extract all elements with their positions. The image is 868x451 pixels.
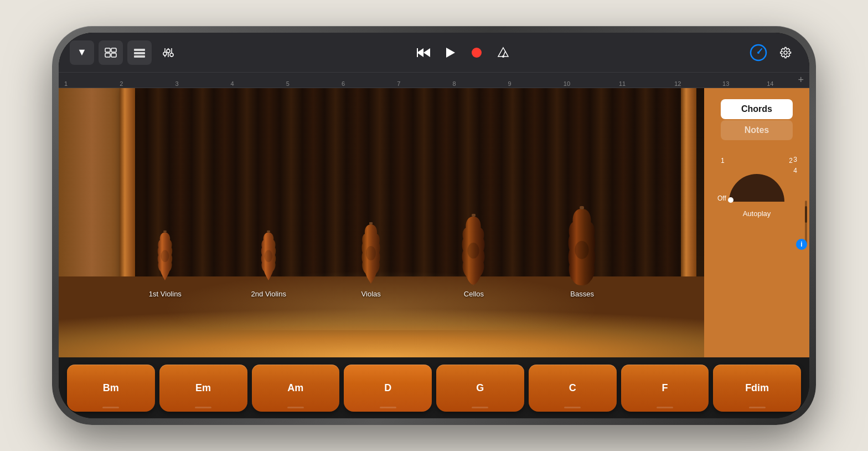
ruler-mark-11: 11 [619, 80, 626, 87]
chord-label-em: Em [195, 382, 211, 394]
ruler-mark-6: 6 [342, 80, 345, 87]
svg-rect-30 [267, 230, 270, 233]
tracks-button[interactable] [99, 40, 123, 65]
svg-line-23 [758, 49, 762, 53]
instrument-cellos[interactable]: Cellos [456, 213, 492, 298]
autoplay-label: Autoplay [743, 209, 771, 218]
svg-point-17 [472, 48, 482, 58]
instrument-label-violas: Violas [361, 290, 381, 298]
chords-mode-button[interactable]: Chords [721, 99, 793, 119]
autoplay-knob[interactable] [726, 171, 787, 204]
metronome-button[interactable] [491, 40, 515, 65]
svg-rect-5 [134, 52, 145, 54]
svg-point-25 [161, 250, 169, 262]
phone-inner: ▼ [59, 33, 809, 418]
instrument-2nd-violins[interactable]: 2nd Violins [251, 230, 286, 298]
svg-rect-36 [472, 214, 476, 217]
chord-label-bm: Bm [103, 382, 119, 394]
chord-btn-fdim[interactable]: Fdim [713, 365, 801, 412]
play-button[interactable] [438, 40, 462, 65]
record-button[interactable] [464, 40, 489, 65]
autoplay-num-3: 3 [793, 156, 797, 163]
svg-rect-0 [105, 48, 110, 52]
ruler-mark-4: 4 [231, 80, 234, 87]
settings-button[interactable] [774, 40, 798, 65]
ruler-mark-14: 14 [767, 80, 773, 87]
viola-icon [356, 222, 386, 285]
svg-rect-15 [417, 48, 418, 57]
svg-point-42 [728, 197, 733, 203]
svg-rect-3 [111, 53, 116, 57]
svg-rect-4 [134, 49, 145, 51]
info-button[interactable]: i [796, 239, 807, 250]
rewind-icon [417, 47, 430, 58]
tempo-button[interactable] [746, 40, 771, 65]
chord-btn-em[interactable]: Em [159, 365, 247, 412]
instrument-label-basses: Basses [570, 290, 594, 298]
instrument-label-cellos: Cellos [464, 290, 484, 298]
bass-icon [561, 205, 603, 285]
svg-rect-2 [105, 53, 110, 57]
chord-bar: Bm Em Am D G C F [59, 357, 809, 418]
violin-1st-icon [151, 230, 179, 285]
list-icon [133, 48, 146, 58]
ruler-mark-2: 2 [120, 80, 123, 87]
ruler-mark-12: 12 [674, 80, 681, 87]
svg-point-38 [575, 241, 589, 259]
svg-point-10 [163, 52, 167, 55]
chord-label-c: C [569, 382, 576, 394]
list-button[interactable] [127, 40, 152, 65]
transport-group [411, 40, 515, 65]
chord-label-f: F [662, 382, 668, 394]
ruler-mark-10: 10 [564, 80, 570, 87]
chord-btn-f[interactable]: F [621, 365, 709, 412]
ruler-mark-9: 9 [508, 80, 512, 87]
svg-point-31 [366, 246, 376, 260]
right-toolbar-group [746, 40, 798, 65]
ruler-mark-1: 1 [64, 80, 68, 87]
ruler-mark-7: 7 [397, 80, 400, 87]
main-content: 1st Violins [59, 88, 809, 357]
mixer-button[interactable] [156, 40, 180, 65]
instrument-1st-violins[interactable]: 1st Violins [149, 230, 182, 298]
svg-marker-16 [446, 48, 455, 58]
dropdown-button[interactable]: ▼ [70, 40, 94, 65]
svg-marker-18 [498, 48, 508, 57]
svg-marker-13 [423, 48, 430, 57]
right-scroll-thumb [805, 206, 807, 223]
svg-rect-6 [134, 55, 145, 58]
play-icon [444, 47, 456, 59]
ruler-mark-5: 5 [286, 80, 290, 87]
tracks-icon [105, 48, 117, 58]
add-track-button[interactable]: + [798, 74, 804, 86]
ruler-mark-8: 8 [452, 80, 456, 87]
stage: 1st Violins [59, 88, 704, 357]
ruler: 1 2 3 4 5 6 7 8 9 10 11 12 13 14 + [59, 73, 809, 88]
chord-btn-bm[interactable]: Bm [67, 365, 155, 412]
chord-btn-am[interactable]: Am [252, 365, 340, 412]
metronome-icon [497, 47, 509, 59]
instruments-group: 1st Violins [59, 205, 704, 298]
chord-btn-d[interactable]: D [344, 365, 432, 412]
settings-icon [780, 47, 792, 59]
instrument-violas[interactable]: Violas [356, 222, 386, 298]
autoplay-num-4: 4 [793, 167, 797, 175]
ruler-mark-13: 13 [722, 80, 729, 87]
mode-selector: Chords Notes [710, 99, 804, 140]
instrument-label-1st-violins: 1st Violins [149, 290, 182, 298]
svg-rect-27 [164, 230, 167, 233]
rewind-button[interactable] [411, 40, 436, 65]
svg-rect-40 [580, 206, 584, 209]
notes-mode-button[interactable]: Notes [721, 120, 793, 140]
chord-label-fdim: Fdim [745, 382, 769, 394]
svg-point-24 [784, 51, 787, 54]
svg-rect-1 [111, 48, 116, 52]
instrument-basses[interactable]: Basses [561, 205, 603, 298]
screen: ▼ [59, 33, 809, 418]
dropdown-icon: ▼ [77, 47, 87, 58]
chord-label-am: Am [287, 382, 303, 394]
record-icon [471, 47, 483, 59]
right-scrollbar[interactable] [805, 201, 807, 245]
chord-btn-g[interactable]: G [436, 365, 524, 412]
chord-btn-c[interactable]: C [529, 365, 617, 412]
